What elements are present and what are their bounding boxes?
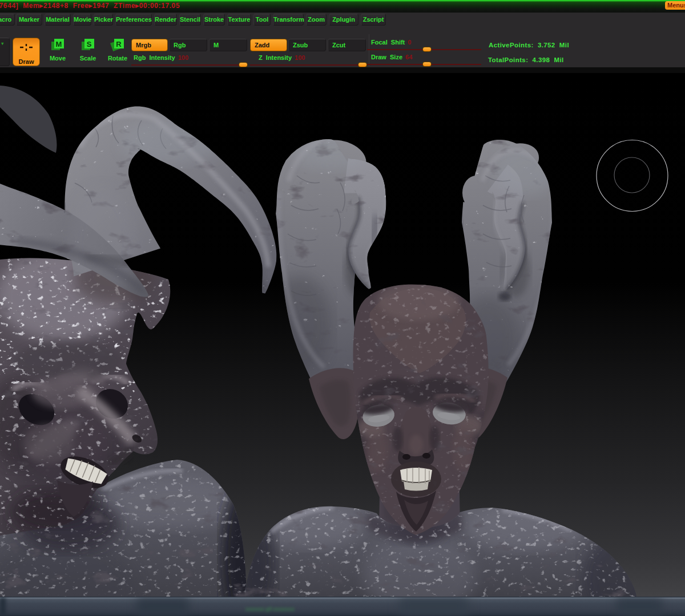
svg-text:R: R [116, 40, 122, 48]
svg-text:M: M [56, 40, 62, 48]
svg-text:S: S [87, 40, 92, 48]
